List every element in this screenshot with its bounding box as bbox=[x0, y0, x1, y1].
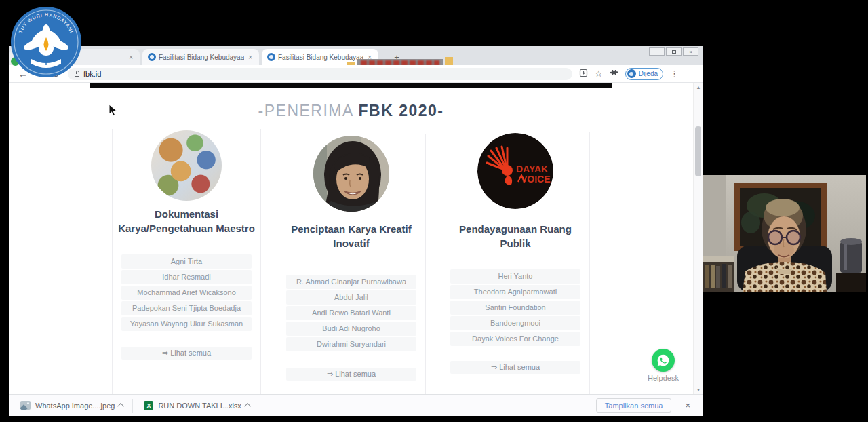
see-all-link[interactable]: ⇒ Lihat semua bbox=[286, 368, 416, 381]
recipient-row: Idhar Resmadi bbox=[121, 270, 252, 284]
download-item-whatsapp-image[interactable]: WhatsApp Image....jpeg bbox=[9, 395, 132, 416]
tab-strip: × Fasilitasi Bidang Kebudayaan - F × Fas… bbox=[9, 46, 703, 65]
toolbar-actions: ☆ Dijeda ⋮ bbox=[579, 68, 679, 80]
tab-label: Fasilitasi Bidang Kebudayaan - K bbox=[278, 54, 363, 61]
profile-status: Dijeda bbox=[639, 70, 658, 77]
dayak-logo-text: VOICE bbox=[521, 174, 551, 185]
webcam-video bbox=[703, 175, 866, 292]
dayak-logo-text: DAYAK bbox=[516, 164, 548, 174]
video-frame: × Fasilitasi Bidang Kebudayaan - F × Fas… bbox=[0, 0, 868, 422]
page-scrollbar[interactable]: ▲ ▼ bbox=[693, 83, 703, 394]
recipient-row: Yayasan Wayang Ukur Sukasman bbox=[121, 317, 252, 331]
image-file-icon bbox=[20, 401, 31, 410]
category-heading: Dokumentasi Karya/Pengetahuan Maestro bbox=[113, 208, 260, 235]
mouse-cursor bbox=[108, 104, 118, 117]
scroll-up-icon[interactable]: ▲ bbox=[694, 85, 703, 90]
fbk-favicon-icon bbox=[267, 53, 275, 61]
profile-avatar bbox=[627, 69, 636, 78]
download-bar-right: Tampilkan semua × bbox=[596, 398, 703, 413]
scroll-down-icon[interactable]: ▼ bbox=[694, 387, 703, 392]
minimize-icon bbox=[654, 52, 660, 52]
site-header-strip bbox=[90, 83, 612, 88]
tab-close-icon[interactable]: × bbox=[127, 54, 134, 61]
recipient-row: Andi Rewo Batari Wanti bbox=[286, 306, 416, 320]
chevron-up-icon[interactable] bbox=[244, 403, 251, 410]
minimize-button[interactable] bbox=[649, 47, 665, 56]
save-page-icon[interactable] bbox=[579, 69, 588, 79]
see-all-link[interactable]: ⇒ Lihat semua bbox=[121, 347, 252, 360]
recipient-row: Bandoengmooi bbox=[450, 316, 580, 330]
recipient-row: Santiri Foundation bbox=[450, 301, 580, 315]
excel-file-icon: X bbox=[144, 401, 153, 410]
whatsapp-icon bbox=[656, 353, 670, 367]
recipient-row: Agni Tirta bbox=[121, 254, 252, 269]
maximize-icon bbox=[672, 50, 676, 54]
recipient-list: Heri Yanto Theodora Agniparmawati Santir… bbox=[441, 269, 589, 346]
browser-window: × Fasilitasi Bidang Kebudayaan - F × Fas… bbox=[9, 46, 703, 416]
heading-line: Karya/Pengetahuan Maestro bbox=[113, 222, 260, 236]
recipient-row: Dayak Voices For Change bbox=[450, 332, 580, 346]
download-filename: RUN DOWN TAKLI...xlsx bbox=[158, 402, 241, 410]
recipient-list: R. Ahmad Ginanjar Purnawibawa Abdul Jali… bbox=[277, 275, 425, 351]
profile-chip[interactable]: Dijeda bbox=[625, 68, 663, 80]
recipient-row: Budi Adi Nugroho bbox=[286, 322, 416, 336]
download-item-rundown-xlsx[interactable]: X RUN DOWN TAKLI...xlsx bbox=[133, 395, 258, 416]
category-heading: Penciptaan Karya Kreatif Inovatif bbox=[277, 223, 425, 250]
title-bold: FBK 2020- bbox=[358, 102, 443, 119]
recipient-row: Mochammad Arief Wicaksono bbox=[121, 286, 252, 300]
metal-canister bbox=[836, 238, 866, 292]
close-window-button[interactable]: × bbox=[683, 47, 698, 56]
download-filename: WhatsApp Image....jpeg bbox=[35, 402, 115, 410]
new-tab-button[interactable]: + bbox=[389, 50, 404, 64]
category-card-pendayagunaan: DAYAK VOICE Pendayagunaan Ruang Publik H… bbox=[441, 132, 590, 394]
close-download-bar-icon[interactable]: × bbox=[681, 400, 694, 411]
heading-line: Publik bbox=[441, 237, 589, 251]
heading-line: Pendayagunaan Ruang bbox=[441, 223, 589, 237]
chevron-up-icon[interactable] bbox=[118, 403, 125, 410]
browser-toolbar: ← → ↻ fbk.id ☆ Dijeda ⋮ bbox=[9, 65, 703, 83]
heading-line: Dokumentasi bbox=[113, 208, 260, 222]
recipient-list: Agni Tirta Idhar Resmadi Mochammad Arief… bbox=[113, 254, 260, 331]
bookshelf-items bbox=[703, 256, 734, 292]
browser-menu-icon[interactable]: ⋮ bbox=[670, 69, 679, 78]
recipient-row: Theodora Agniparmawati bbox=[450, 285, 580, 299]
download-bar: WhatsApp Image....jpeg X RUN DOWN TAKLI.… bbox=[9, 394, 703, 416]
tab-close-icon[interactable]: × bbox=[247, 54, 254, 61]
title-light: -PENERIMA bbox=[258, 102, 359, 119]
address-bar[interactable]: fbk.id bbox=[68, 68, 572, 80]
category-image-dayak-logo: DAYAK VOICE bbox=[477, 133, 553, 209]
show-all-downloads-button[interactable]: Tampilkan semua bbox=[596, 398, 672, 413]
recipient-row: R. Ahmad Ginanjar Purnawibawa bbox=[286, 275, 416, 289]
tab-close-icon[interactable]: × bbox=[366, 54, 373, 61]
heading-line: Penciptaan Karya Kreatif bbox=[277, 223, 425, 237]
recipient-row: Padepokan Seni Tjipta Boedadja bbox=[121, 301, 252, 315]
category-image-collage bbox=[151, 130, 222, 201]
helpdesk-label: Helpdesk bbox=[643, 374, 684, 382]
tab-fasilitasi-1[interactable]: Fasilitasi Bidang Kebudayaan - F × bbox=[142, 49, 259, 65]
category-card-dokumentasi: Dokumentasi Karya/Pengetahuan Maestro Ag… bbox=[112, 129, 261, 394]
tut-wuri-handayani-logo: TUT WURI HANDAYANI bbox=[10, 6, 82, 78]
category-image-portrait bbox=[313, 136, 389, 212]
web-page: -PENERIMA FBK 2020- Dokumentasi Karya/Pe… bbox=[9, 83, 703, 394]
category-card-penciptaan: Penciptaan Karya Kreatif Inovatif R. Ahm… bbox=[277, 134, 426, 394]
window-controls: × bbox=[649, 47, 698, 56]
scrollbar-thumb[interactable] bbox=[695, 126, 701, 176]
recipient-row: Abdul Jalil bbox=[286, 290, 416, 305]
see-all-link[interactable]: ⇒ Lihat semua bbox=[450, 361, 580, 374]
tab-fasilitasi-2[interactable]: Fasilitasi Bidang Kebudayaan - K × bbox=[262, 49, 378, 65]
whatsapp-helpdesk-button[interactable] bbox=[652, 349, 675, 372]
url-text: fbk.id bbox=[83, 70, 101, 78]
recipient-row: Dwirahmi Suryandari bbox=[286, 337, 416, 351]
maximize-button[interactable] bbox=[666, 47, 682, 56]
bookmark-star-icon[interactable]: ☆ bbox=[595, 69, 603, 78]
tab-label: Fasilitasi Bidang Kebudayaan - F bbox=[159, 54, 244, 61]
page-title: -PENERIMA FBK 2020- bbox=[90, 102, 612, 120]
extensions-puzzle-icon[interactable] bbox=[610, 69, 618, 79]
recipient-row: Heri Yanto bbox=[450, 269, 580, 284]
fbk-favicon-icon bbox=[148, 53, 156, 61]
category-heading: Pendayagunaan Ruang Publik bbox=[441, 223, 589, 250]
heading-line: Inovatif bbox=[277, 237, 425, 251]
